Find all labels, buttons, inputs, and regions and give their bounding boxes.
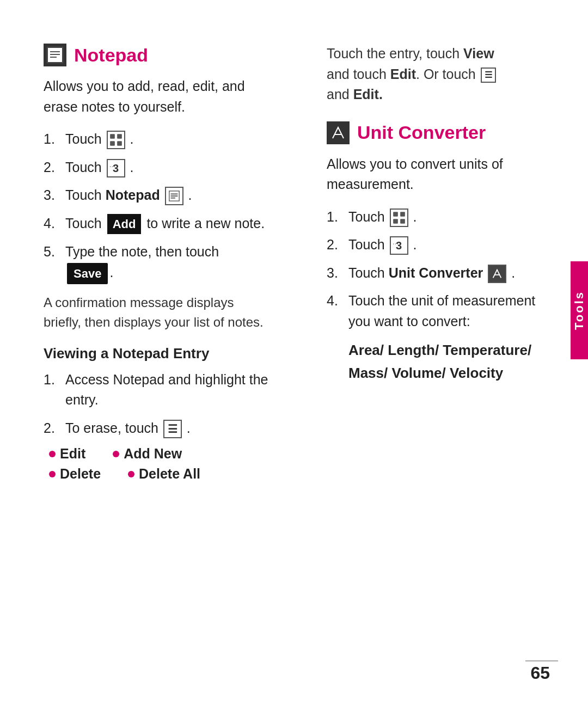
uc-step-2: 2. Touch ··· 3 .	[327, 235, 555, 255]
notepad-sm-icon	[165, 187, 183, 205]
notepad-step-5: 5. Type the note, then touch Save.	[44, 242, 272, 284]
num3-icon-2: ··· 3	[390, 236, 408, 255]
svg-rect-2	[50, 54, 60, 55]
svg-rect-5	[110, 134, 115, 139]
bullet-row-1: Edit Add New	[49, 446, 272, 462]
svg-rect-12	[170, 198, 175, 199]
bullet-row-2: Delete Delete All	[49, 466, 272, 482]
bullet-dot	[128, 471, 134, 477]
apps-grid-icon-2	[390, 209, 408, 227]
notepad-step-3: 3. Touch Notepad .	[44, 185, 272, 206]
num3-icon-1: ··· 3	[107, 159, 125, 177]
svg-rect-13	[393, 212, 398, 217]
tools-sidebar: Tools	[571, 261, 588, 359]
page-number: 65	[530, 663, 550, 683]
uc-step-1: 1. Touch .	[327, 207, 555, 228]
notepad-step-4: 4. Touch Add to write a new note.	[44, 213, 272, 235]
viewing-step-1: 1. Access Notepad and highlight the entr…	[44, 370, 272, 410]
confirmation-note: A confirmation message displays briefly,…	[44, 293, 272, 332]
unit-converter-description: Allows you to convert units of measureme…	[327, 154, 555, 195]
add-button-label: Add	[107, 214, 142, 234]
svg-rect-8	[117, 142, 122, 146]
bullet-dot	[113, 451, 119, 457]
svg-rect-1	[50, 51, 60, 52]
svg-rect-11	[170, 195, 177, 197]
uc-step-3: 3. Touch Unit Converter .	[327, 263, 555, 284]
unit-conv-sm-icon	[488, 265, 506, 283]
unit-converter-title: Unit Converter	[357, 122, 486, 143]
svg-rect-7	[110, 142, 115, 146]
viewing-step-2: 2. To erase, touch ☰ .	[44, 418, 272, 439]
apps-grid-icon-1	[107, 131, 125, 149]
svg-rect-15	[393, 219, 398, 224]
menu-icon: ☰	[163, 420, 182, 438]
svg-rect-6	[117, 134, 122, 139]
unit-converter-section-icon	[327, 121, 350, 144]
svg-rect-14	[400, 212, 405, 217]
notepad-step-2: 2. Touch ··· 3 .	[44, 157, 272, 178]
right-column: Touch the entry, touch View and touch Ed…	[316, 44, 555, 486]
left-column: Notepad Allows you to add, read, edit, a…	[44, 44, 283, 486]
bullet-dot	[49, 471, 56, 477]
svg-rect-10	[170, 194, 177, 195]
unit-converter-header: Unit Converter	[327, 121, 555, 144]
notepad-description: Allows you to add, read, edit, and erase…	[44, 76, 272, 117]
page-content: Notepad Allows you to add, read, edit, a…	[0, 0, 588, 519]
save-button-label: Save	[67, 263, 108, 284]
notepad-title: Notepad	[74, 45, 148, 66]
svg-rect-3	[50, 57, 57, 58]
uc-step-4: 4. Touch the unit of measurement you wan…	[327, 291, 555, 332]
viewing-subheading: Viewing a Notepad Entry	[44, 345, 272, 362]
bullet-add-new: Add New	[113, 446, 182, 462]
bullet-delete: Delete	[49, 466, 101, 482]
tools-sidebar-label: Tools	[572, 291, 586, 330]
bullet-list: Edit Add New Delete Delete All	[49, 446, 272, 482]
bullet-delete-all: Delete All	[128, 466, 200, 482]
view-edit-instructions: Touch the entry, touch View and touch Ed…	[327, 44, 555, 105]
bullet-edit: Edit	[49, 446, 85, 462]
svg-rect-16	[400, 219, 405, 224]
notepad-header: Notepad	[44, 44, 272, 66]
notepad-step-1: 1. Touch .	[44, 129, 272, 150]
convert-options: Area/ Length/ Temperature/ Mass/ Volume/…	[348, 339, 555, 384]
divider-line	[525, 660, 558, 661]
menu-icon-2: ☰	[481, 68, 496, 83]
notepad-section-icon	[44, 44, 66, 66]
bullet-dot	[49, 451, 56, 457]
